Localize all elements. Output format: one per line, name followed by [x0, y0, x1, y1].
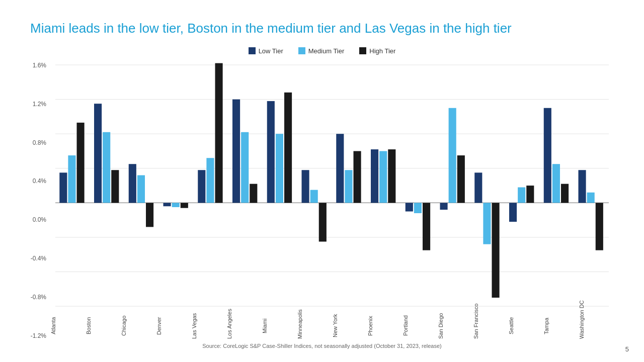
y-axis-label: 0.0% [33, 217, 46, 223]
bars-container [50, 62, 614, 309]
y-axis-label: -0.4% [31, 255, 46, 261]
bar-New York-high [354, 151, 361, 203]
bar-Seattle-low [509, 203, 517, 222]
bar-Minneapolis-high [319, 203, 327, 241]
bar-Tampa-high [561, 184, 569, 203]
bar-Los Angeles-medium [241, 132, 249, 203]
bar-Tampa-low [544, 108, 551, 203]
x-axis-label: New York [332, 313, 367, 339]
high-tier-swatch [359, 47, 366, 54]
bar-Seattle-high [526, 186, 534, 203]
bar-Boston-medium [103, 132, 110, 203]
low-tier-swatch [249, 47, 256, 54]
y-axis-label: -0.8% [31, 294, 46, 300]
bar-Miami-high [284, 93, 292, 203]
bar-Phoenix-low [371, 149, 378, 203]
x-axis-label: Los Angeles [226, 313, 262, 339]
bar-Chicago-high [146, 203, 153, 227]
bar-Las Vegas-medium [206, 158, 214, 203]
bar-San Francisco-medium [483, 203, 491, 244]
legend-item-low: Low Tier [249, 47, 283, 55]
x-axis-label: Portland [403, 313, 438, 339]
legend-item-medium: Medium Tier [298, 47, 345, 55]
chart-inner: AtlantaBostonChicagoDenverLas VegasLos A… [50, 62, 614, 339]
bar-Portland-low [406, 203, 413, 211]
legend-label-high: High Tier [369, 47, 395, 55]
x-axis-label: Miami [262, 313, 297, 339]
bar-Minneapolis-medium [310, 190, 318, 203]
bar-Phoenix-high [388, 149, 395, 203]
bar-Denver-high [181, 203, 188, 208]
bar-San Diego-low [440, 203, 448, 210]
x-axis-label: Boston [86, 313, 121, 339]
bar-San Diego-medium [449, 108, 456, 203]
bar-San Francisco-high [492, 203, 500, 298]
bar-Portland-high [423, 203, 430, 250]
bar-Boston-low [94, 104, 102, 203]
bar-Minneapolis-low [302, 170, 309, 203]
x-axis-label: Chicago [121, 313, 156, 339]
bar-Portland-medium [414, 203, 422, 213]
bar-Denver-medium [172, 203, 180, 207]
bar-Los Angeles-high [250, 184, 257, 203]
x-axis-labels: AtlantaBostonChicagoDenverLas VegasLos A… [50, 309, 614, 339]
x-axis-label: Minneapolis [297, 313, 332, 339]
y-axis: 1.6%1.2%0.8%0.4%0.0%-0.4%-0.8%-1.2% [30, 62, 50, 339]
y-axis-label: -1.2% [31, 333, 46, 339]
y-axis-label: 1.6% [33, 62, 46, 68]
bar-Tampa-medium [552, 164, 560, 203]
bar-Denver-low [164, 203, 171, 206]
chart-svg [50, 62, 614, 309]
bar-Washington DC-medium [587, 193, 595, 203]
bar-Washington DC-low [579, 170, 586, 203]
bar-San Francisco-low [474, 172, 482, 203]
source-text: Source: CoreLogic S&P Case-Shiller Indic… [30, 343, 614, 349]
page-title: Miami leads in the low tier, Boston in t… [30, 20, 614, 37]
bar-New York-low [336, 134, 344, 203]
bar-Miami-low [267, 101, 275, 203]
bar-Los Angeles-low [232, 99, 240, 203]
bar-Atlanta-high [77, 123, 85, 203]
y-axis-label: 0.8% [33, 140, 46, 146]
bar-Atlanta-medium [68, 155, 75, 203]
bar-Miami-medium [276, 134, 283, 203]
chart-wrapper: 1.6%1.2%0.8%0.4%0.0%-0.4%-0.8%-1.2% Atla… [30, 62, 614, 339]
bar-New York-medium [345, 170, 352, 203]
bar-Seattle-medium [518, 187, 525, 203]
bar-Boston-high [111, 170, 119, 203]
bar-Las Vegas-high [215, 63, 223, 203]
x-axis-label: San Francisco [473, 313, 508, 339]
x-axis-label: Seattle [508, 313, 543, 339]
chart-area: Low Tier Medium Tier High Tier 1.6%1.2%0… [30, 47, 614, 349]
x-axis-label: Denver [156, 313, 191, 339]
x-axis-label: Phoenix [367, 313, 403, 339]
chart-legend: Low Tier Medium Tier High Tier [30, 47, 614, 55]
x-axis-label: San Diego [438, 313, 473, 339]
y-axis-label: 1.2% [33, 101, 46, 107]
legend-label-low: Low Tier [259, 47, 283, 55]
x-axis-label: Atlanta [50, 313, 86, 339]
bar-Las Vegas-low [198, 170, 205, 203]
legend-item-high: High Tier [359, 47, 395, 55]
page-number: 5 [625, 345, 629, 353]
bar-Washington DC-high [596, 203, 603, 250]
bar-San Diego-high [457, 155, 465, 203]
legend-label-medium: Medium Tier [308, 47, 345, 55]
x-axis-label: Las Vegas [191, 313, 226, 339]
y-axis-label: 0.4% [33, 178, 46, 184]
x-axis-label: Tampa [543, 313, 579, 339]
bar-Chicago-low [129, 164, 136, 203]
medium-tier-swatch [298, 47, 305, 54]
bar-Chicago-medium [137, 175, 145, 203]
bar-Phoenix-medium [379, 151, 387, 203]
x-axis-label: Washington DC [579, 313, 614, 339]
bar-Atlanta-low [59, 172, 67, 203]
